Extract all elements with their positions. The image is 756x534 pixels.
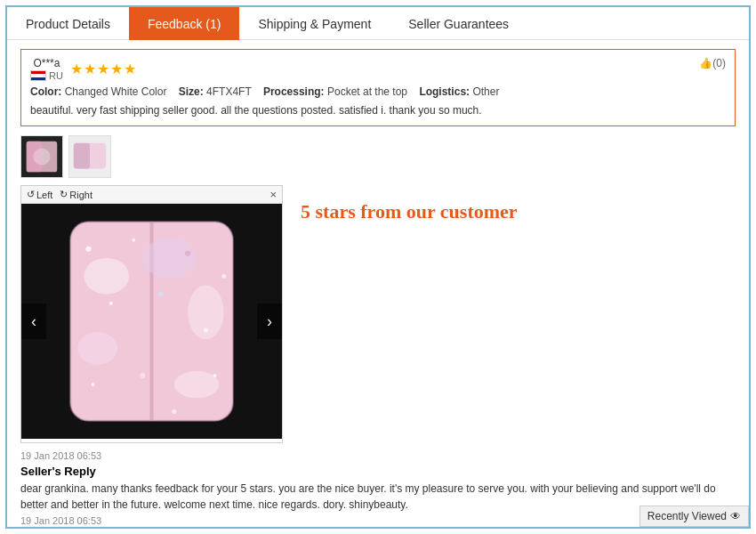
viewer-controls: ↺ Left ↻ Right ×: [21, 186, 282, 204]
svg-point-3: [33, 148, 50, 165]
right-label: Right: [69, 190, 92, 200]
svg-point-13: [77, 332, 117, 365]
reply-section: 19 Jan 2018 06:53 Seller's Reply dear gr…: [20, 450, 736, 526]
review-date: 19 Jan 2018 06:53: [20, 450, 736, 461]
review-meta: Color: Changed White Color Size: 4FTX4FT…: [30, 84, 699, 100]
review-text: beautiful. very fast shipping seller goo…: [30, 102, 699, 118]
logistics-value: Other: [472, 85, 499, 98]
country-code: RU: [49, 70, 63, 81]
color-value: Changed White Color: [65, 85, 167, 98]
reply-date: 19 Jan 2018 06:53: [20, 515, 736, 526]
country-row: RU: [30, 70, 63, 81]
reviewer-info: O***a RU: [30, 57, 63, 81]
processing-label: Processing:: [263, 85, 325, 98]
sellers-reply-text: dear grankina. many thanks feedback for …: [20, 481, 736, 513]
svg-point-16: [132, 239, 135, 242]
svg-point-19: [109, 302, 113, 305]
image-viewer-wrapper: ↺ Left ↻ Right ×: [20, 185, 736, 443]
tab-shipping-payment[interactable]: Shipping & Payment: [239, 7, 390, 40]
svg-rect-6: [74, 143, 90, 169]
recently-viewed-label: Recently Viewed: [647, 510, 727, 522]
svg-point-14: [174, 371, 220, 398]
svg-point-17: [185, 251, 190, 256]
svg-point-11: [142, 239, 197, 279]
country-flag: [30, 70, 46, 81]
tab-bar: Product Details Feedback (1) Shipping & …: [7, 7, 749, 40]
helpful-label: 👍(0): [699, 57, 726, 69]
tab-seller-guarantees[interactable]: Seller Guarantees: [390, 7, 527, 40]
svg-point-23: [140, 373, 145, 378]
thumbnail-row: [20, 135, 736, 178]
recently-viewed-icon: 👁: [730, 510, 741, 522]
processing-value: Pocket at the top: [327, 85, 407, 98]
color-label: Color:: [30, 85, 61, 98]
review-left: O***a RU ★★★★★ Color: Changed White Colo…: [30, 57, 699, 118]
svg-point-22: [91, 383, 94, 386]
star-rating: ★★★★★: [70, 61, 137, 77]
thumbnail-2[interactable]: [68, 135, 111, 178]
close-viewer-button[interactable]: ×: [269, 188, 277, 201]
tab-product-details[interactable]: Product Details: [7, 7, 129, 40]
svg-point-25: [172, 409, 176, 414]
logistics-label: Logistics:: [419, 85, 470, 98]
tab-feedback[interactable]: Feedback (1): [129, 7, 239, 40]
review-box: O***a RU ★★★★★ Color: Changed White Colo…: [20, 49, 736, 126]
right-panel: 5 stars from our customer: [301, 185, 736, 226]
helpful-button[interactable]: 👍(0): [699, 57, 726, 69]
svg-point-15: [85, 247, 91, 252]
recently-viewed-button[interactable]: Recently Viewed 👁: [639, 506, 749, 527]
svg-point-10: [84, 258, 129, 295]
rotate-right-btn[interactable]: ↻ Right: [60, 189, 92, 200]
image-main: ‹ ›: [21, 204, 282, 439]
tab-content: O***a RU ★★★★★ Color: Changed White Colo…: [7, 40, 749, 527]
next-image-button[interactable]: ›: [257, 303, 282, 339]
thumbnail-1[interactable]: [20, 135, 63, 178]
reviewer-name: O***a: [33, 57, 60, 69]
size-value: 4FTX4FT: [206, 85, 251, 98]
reviewer-header: O***a RU ★★★★★: [30, 57, 699, 81]
svg-point-21: [204, 328, 208, 333]
svg-point-18: [221, 274, 226, 279]
svg-point-20: [158, 291, 164, 296]
rotate-right-icon: ↻: [60, 189, 68, 200]
sellers-reply: Seller's Reply dear grankina. many thank…: [20, 465, 736, 526]
size-label: Size:: [179, 85, 204, 98]
sellers-reply-title: Seller's Reply: [20, 465, 736, 478]
left-label: Left: [36, 190, 52, 200]
rotate-left-icon: ↺: [27, 189, 35, 200]
page-container: Product Details Feedback (1) Shipping & …: [5, 5, 751, 529]
svg-point-24: [213, 374, 217, 377]
rotate-left-btn[interactable]: ↺ Left: [27, 189, 52, 200]
prev-image-button[interactable]: ‹: [21, 303, 46, 339]
promo-text: 5 stars from our customer: [301, 190, 736, 226]
image-viewer: ↺ Left ↻ Right ×: [20, 185, 283, 443]
